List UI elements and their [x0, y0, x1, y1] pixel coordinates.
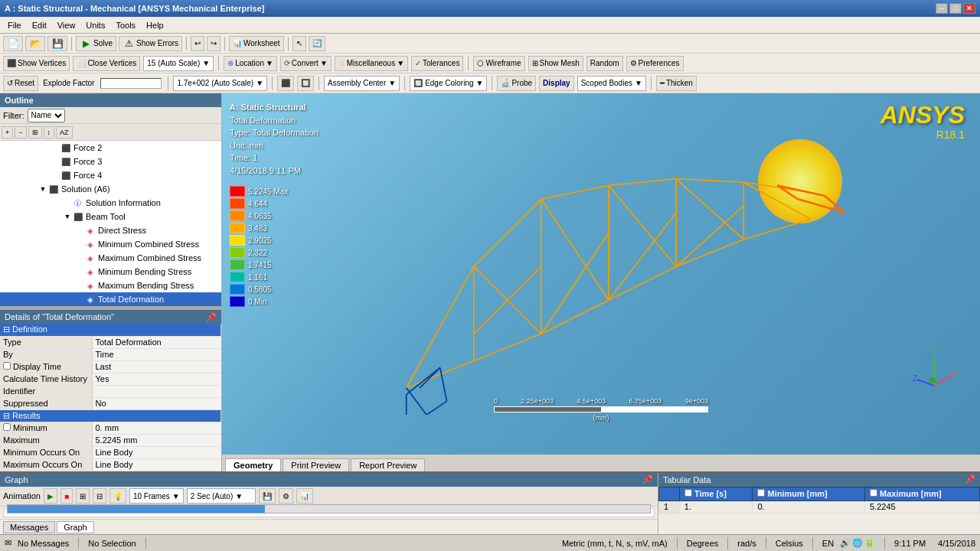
menu-edit[interactable]: Edit — [28, 19, 51, 31]
status-sep2 — [145, 537, 146, 549]
tree-item-max-bending[interactable]: ◈ Maximum Bending Stress — [0, 279, 221, 292]
outline-expand-all[interactable]: + — [2, 126, 13, 139]
convert-button[interactable]: ⟳ Convert ▼ — [280, 56, 332, 71]
min-col-checkbox[interactable] — [757, 489, 765, 497]
select-button[interactable]: ↖ — [292, 36, 306, 51]
outline-new-section[interactable]: ⊞ — [28, 126, 42, 139]
tab-graph[interactable]: Graph — [57, 521, 94, 533]
edge-coloring-dropdown[interactable]: 🔲 Edge Coloring ▼ — [410, 76, 487, 91]
menu-units[interactable]: Units — [81, 19, 109, 31]
display-button[interactable]: Display — [539, 76, 574, 91]
show-errors-button[interactable]: ⚠ Show Errors — [119, 36, 182, 51]
frame-prev-button[interactable]: ⊞ — [76, 488, 90, 504]
tree-item-force2[interactable]: ⬛ Force 2 — [0, 141, 221, 155]
speed-dropdown[interactable]: 2 Sec (Auto) ▼ — [187, 488, 256, 504]
frames-dropdown[interactable]: 10 Frames ▼ — [129, 488, 184, 504]
tree-item-force4[interactable]: ⬛ Force 4 — [0, 168, 221, 182]
minimum-checkbox[interactable] — [3, 423, 11, 431]
rotate-button[interactable]: 🔄 — [309, 36, 325, 51]
probe-button[interactable]: 🔬 Probe — [497, 76, 536, 91]
worksheet-button[interactable]: 📊 Worksheet — [229, 36, 284, 51]
scoped-bodies-dropdown[interactable]: Scoped Bodies ▼ — [577, 76, 646, 91]
scale-dropdown[interactable]: 15 (Auto Scale) ▼ — [143, 56, 214, 71]
location-button[interactable]: ⊕ Location ▼ — [224, 56, 277, 71]
tree-item-force3[interactable]: ⬛ Force 3 — [0, 155, 221, 168]
tree-item-min-bending[interactable]: ◈ Minimum Bending Stress — [0, 265, 221, 279]
outline-sort[interactable]: ↕ — [44, 126, 55, 139]
max-col-checkbox[interactable] — [870, 489, 877, 497]
box-btn2[interactable]: 🔲 — [297, 76, 314, 91]
graph-chart-button[interactable]: 📊 — [296, 488, 313, 504]
tree-item-max-combined[interactable]: ◈ Maximum Combined Stress — [0, 251, 221, 265]
wireframe-button[interactable]: ⬡ Wireframe — [473, 56, 524, 71]
redo-button[interactable]: ↪ — [207, 36, 220, 51]
tab-geometry[interactable]: Geometry — [225, 458, 281, 471]
col-minimum: Minimum [mm] — [753, 487, 865, 500]
deform-icon: ◈ — [84, 293, 96, 305]
show-vertices-button[interactable]: ⬛ Show Vertices — [3, 56, 70, 71]
axes-svg: X Y Z — [911, 347, 957, 401]
viewport[interactable]: A: Static Structural Total Deformation T… — [222, 93, 980, 471]
mesh-icon: ⊞ — [532, 59, 538, 67]
random-button[interactable]: Random — [586, 56, 623, 71]
location-chevron-icon: ▼ — [266, 59, 273, 67]
outline-sort-alpha[interactable]: AZ — [56, 126, 73, 139]
tree-item-solution-info[interactable]: 🛈 Solution Information — [0, 196, 221, 210]
svg-line-4 — [676, 179, 743, 182]
show-mesh-button[interactable]: ⊞ Show Mesh — [528, 56, 583, 71]
info-icon: 🛈 — [72, 197, 84, 209]
degrees-label: Degrees — [687, 539, 719, 548]
tabular-pin-icon[interactable]: 📌 — [965, 474, 975, 484]
menu-view[interactable]: View — [53, 19, 80, 31]
vertices-icon: ⬛ — [7, 59, 16, 67]
preferences-button[interactable]: ⚙ Preferences — [626, 56, 684, 71]
scale-unit: (mm) — [494, 414, 708, 422]
details-pin-icon[interactable]: 📌 — [206, 312, 217, 322]
tree-item-direct-stress[interactable]: ◈ Direct Stress — [0, 223, 221, 237]
language-label: EN — [822, 539, 834, 548]
time-col-checkbox[interactable] — [684, 489, 692, 497]
open-button[interactable]: 📂 — [25, 36, 45, 51]
export-button[interactable]: 💾 — [259, 488, 276, 504]
assembly-center-dropdown[interactable]: Assembly Center ▼ — [324, 76, 400, 91]
new-button[interactable]: 📄 — [3, 36, 23, 51]
graph-pin-icon[interactable]: 📌 — [642, 474, 653, 484]
box-btn1[interactable]: ⬛ — [277, 76, 294, 91]
filter-select[interactable]: Name — [28, 109, 65, 122]
graph-settings-button[interactable]: ⚙ — [279, 488, 293, 504]
tree-item-min-combined[interactable]: ◈ Minimum Combined Stress — [0, 237, 221, 251]
maximize-button[interactable]: □ — [949, 3, 962, 14]
tree-item-beam-tool[interactable]: ▼ ⬛ Beam Tool — [0, 210, 221, 223]
tree-item-total-deformation[interactable]: ◈ Total Deformation — [0, 292, 221, 306]
save-button[interactable]: 💾 — [47, 36, 67, 51]
display-time-checkbox[interactable] — [3, 362, 11, 370]
menu-tools[interactable]: Tools — [111, 19, 140, 31]
tree-item-solution[interactable]: ▼ ⬛ Solution (A6) — [0, 182, 221, 196]
tab-messages[interactable]: Messages — [3, 521, 55, 533]
tab-report-preview[interactable]: Report Preview — [351, 458, 425, 471]
menu-help[interactable]: Help — [142, 19, 168, 31]
thicken-button[interactable]: ━ Thicken — [656, 76, 697, 91]
close-button[interactable]: ✕ — [963, 3, 975, 14]
miscellaneous-button[interactable]: ☆ Miscellaneous ▼ — [335, 56, 408, 71]
outline-collapse-all[interactable]: − — [15, 126, 26, 139]
undo-button[interactable]: ↩ — [191, 36, 204, 51]
stop-button[interactable]: ■ — [60, 488, 73, 504]
close-vertices-button[interactable]: ⬜ Close Vertices — [73, 56, 140, 71]
light-button[interactable]: 💡 — [109, 488, 126, 504]
svg-line-37 — [934, 374, 953, 386]
scale-color-9 — [230, 296, 245, 307]
frame-next-button[interactable]: ⊟ — [93, 488, 106, 504]
solve-button[interactable]: ▶ Solve — [76, 36, 116, 51]
explode-slider[interactable] — [100, 78, 162, 89]
tolerances-button[interactable]: ✓ Tolerances — [411, 56, 463, 71]
statusbar: ✉ No Messages No Selection Metric (mm, t… — [0, 534, 980, 551]
menu-file[interactable]: File — [3, 19, 26, 31]
reset-button[interactable]: ↺ Reset — [3, 76, 38, 91]
minimize-button[interactable]: ─ — [936, 3, 948, 14]
tab-print-preview[interactable]: Print Preview — [283, 458, 349, 471]
viewport-subtitle: Total Deformation — [230, 114, 318, 127]
result-dropdown[interactable]: 1.7e+002 (Auto Scale) ▼ — [173, 76, 267, 91]
rad-s-label: rad/s — [737, 539, 756, 548]
play-button[interactable]: ▶ — [44, 488, 57, 504]
